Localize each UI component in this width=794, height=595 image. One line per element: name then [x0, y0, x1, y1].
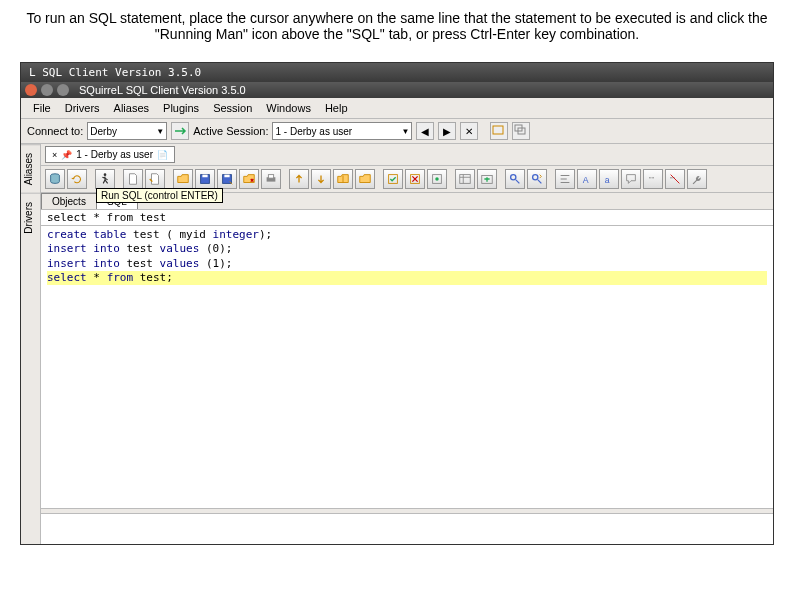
code-line-highlighted: select * from test; — [47, 271, 767, 285]
autocommit-button[interactable] — [427, 169, 447, 189]
open-file-button[interactable] — [173, 169, 193, 189]
svg-point-18 — [533, 175, 538, 180]
side-tab-drivers[interactable]: Drivers — [21, 193, 40, 242]
session-label: Active Session: — [193, 125, 268, 137]
connect-button[interactable] — [171, 122, 189, 140]
svg-point-4 — [104, 173, 107, 176]
menu-help[interactable]: Help — [319, 100, 354, 116]
close-icon[interactable] — [25, 84, 37, 96]
history-button[interactable] — [333, 169, 353, 189]
append-file-button[interactable] — [145, 169, 165, 189]
menu-windows[interactable]: Windows — [260, 100, 317, 116]
code-line: insert into test values (0); — [47, 242, 767, 256]
quote-button[interactable]: "" — [643, 169, 663, 189]
svg-rect-6 — [202, 175, 207, 178]
tools-button[interactable] — [687, 169, 707, 189]
doc-tab-label: 1 - Derby as user — [76, 149, 153, 160]
run-sql-tooltip: Run SQL (control ENTER) — [96, 188, 223, 203]
sql-toolbar: Run SQL (control ENTER) — [41, 166, 773, 193]
code-line: insert into test values (1); — [47, 257, 767, 271]
title-bar: SQuirreL SQL Client Version 3.5.0 — [21, 82, 773, 98]
doc-pin-icon[interactable]: 📌 — [61, 150, 72, 160]
print-button[interactable] — [261, 169, 281, 189]
replace-button[interactable] — [527, 169, 547, 189]
find-button[interactable] — [505, 169, 525, 189]
cascade-button[interactable] — [512, 122, 530, 140]
doc-tab-bar: × 📌 1 - Derby as user 📄 — [41, 144, 773, 166]
close-icon[interactable]: × — [52, 150, 57, 160]
menu-aliases[interactable]: Aliases — [108, 100, 155, 116]
session-next-button[interactable]: ▶ — [438, 122, 456, 140]
sql-results-button[interactable] — [455, 169, 475, 189]
svg-rect-8 — [224, 175, 229, 178]
run-sql-button[interactable]: Run SQL (control ENTER) — [95, 169, 115, 189]
format-button[interactable] — [555, 169, 575, 189]
code-line: create table test ( myid integer); — [47, 228, 767, 242]
menu-drivers[interactable]: Drivers — [59, 100, 106, 116]
app-window: L SQL Client Version 3.5.0 SQuirreL SQL … — [20, 62, 774, 545]
menu-bar: File Drivers Aliases Plugins Session Win… — [21, 98, 773, 119]
session-prev-button[interactable]: ◀ — [416, 122, 434, 140]
svg-rect-10 — [268, 175, 273, 179]
connect-value: Derby — [90, 126, 117, 137]
side-tab-aliases[interactable]: Aliases — [21, 144, 40, 193]
menu-session[interactable]: Session — [207, 100, 258, 116]
svg-point-17 — [511, 175, 516, 180]
window-title: SQuirreL SQL Client Version 3.5.0 — [79, 84, 246, 96]
new-file-button[interactable] — [123, 169, 143, 189]
instruction-text: To run an SQL statement, place the curso… — [0, 0, 794, 52]
content-area: × 📌 1 - Derby as user 📄 Run SQL (control… — [41, 144, 773, 544]
prev-sql-button[interactable] — [289, 169, 309, 189]
session-close-button[interactable]: ✕ — [460, 122, 478, 140]
save-as-button[interactable] — [217, 169, 237, 189]
svg-text:A: A — [583, 175, 589, 185]
results-pane — [41, 514, 773, 544]
connect-combo[interactable]: Derby ▼ — [87, 122, 167, 140]
refresh-button[interactable] — [67, 169, 87, 189]
main-toolbar: Connect to: Derby ▼ Active Session: 1 - … — [21, 119, 773, 144]
connect-label: Connect to: — [27, 125, 83, 137]
lowercase-button[interactable]: a — [599, 169, 619, 189]
svg-rect-15 — [460, 175, 471, 184]
new-tab-button[interactable] — [477, 169, 497, 189]
unquote-button[interactable]: "" — [665, 169, 685, 189]
side-tabs: Aliases Drivers — [21, 144, 41, 544]
query-input[interactable]: select * from test — [41, 210, 773, 226]
catalog-button[interactable] — [45, 169, 65, 189]
menu-plugins[interactable]: Plugins — [157, 100, 205, 116]
bookmark-open-button[interactable] — [355, 169, 375, 189]
session-value: 1 - Derby as user — [275, 126, 352, 137]
tab-objects[interactable]: Objects — [41, 193, 97, 209]
new-window-button[interactable] — [490, 122, 508, 140]
chevron-down-icon: ▼ — [402, 127, 410, 136]
session-combo[interactable]: 1 - Derby as user ▼ — [272, 122, 412, 140]
minimize-icon[interactable] — [41, 84, 53, 96]
svg-rect-0 — [493, 126, 503, 134]
doc-tab[interactable]: × 📌 1 - Derby as user 📄 — [45, 146, 175, 163]
svg-text:"": "" — [649, 175, 655, 184]
maximize-icon[interactable] — [57, 84, 69, 96]
doc-icon: 📄 — [157, 150, 168, 160]
rollback-button[interactable] — [405, 169, 425, 189]
main-area: Aliases Drivers × 📌 1 - Derby as user 📄 … — [21, 144, 773, 544]
comment-button[interactable] — [621, 169, 641, 189]
menu-file[interactable]: File — [27, 100, 57, 116]
outer-title-bar: L SQL Client Version 3.5.0 — [21, 63, 773, 82]
sql-editor[interactable]: create table test ( myid integer); inser… — [41, 226, 773, 508]
save-file-button[interactable] — [195, 169, 215, 189]
commit-button[interactable] — [383, 169, 403, 189]
uppercase-button[interactable]: A — [577, 169, 597, 189]
svg-point-14 — [435, 177, 439, 181]
next-sql-button[interactable] — [311, 169, 331, 189]
svg-text:a: a — [605, 175, 610, 185]
close-file-button[interactable] — [239, 169, 259, 189]
chevron-down-icon: ▼ — [156, 127, 164, 136]
